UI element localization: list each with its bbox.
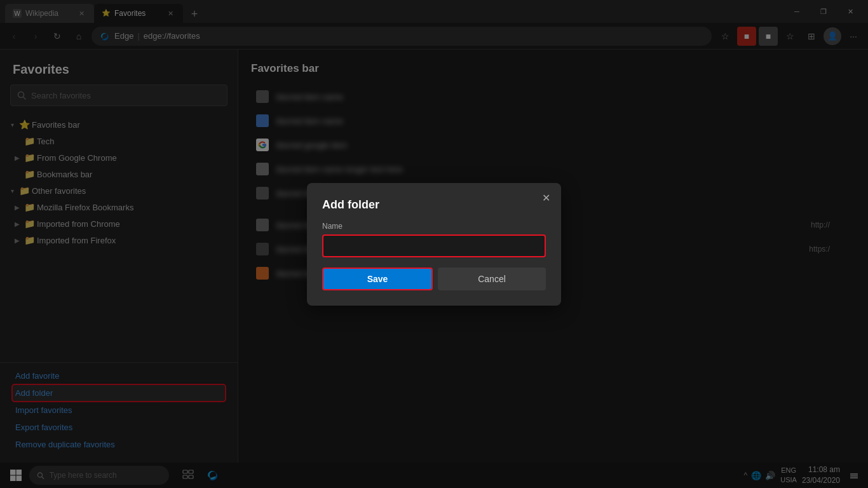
- add-folder-dialog: ✕ Add folder Name Save Cancel: [307, 183, 561, 306]
- dialog-title: Add folder: [322, 198, 546, 212]
- dialog-save-button[interactable]: Save: [322, 268, 433, 290]
- dialog-name-input[interactable]: [322, 234, 546, 257]
- dialog-buttons: Save Cancel: [322, 268, 546, 290]
- dialog-overlay: ✕ Add folder Name Save Cancel: [0, 0, 868, 488]
- dialog-close-button[interactable]: ✕: [538, 191, 553, 206]
- dialog-name-label: Name: [322, 222, 546, 231]
- dialog-cancel-button[interactable]: Cancel: [438, 268, 546, 290]
